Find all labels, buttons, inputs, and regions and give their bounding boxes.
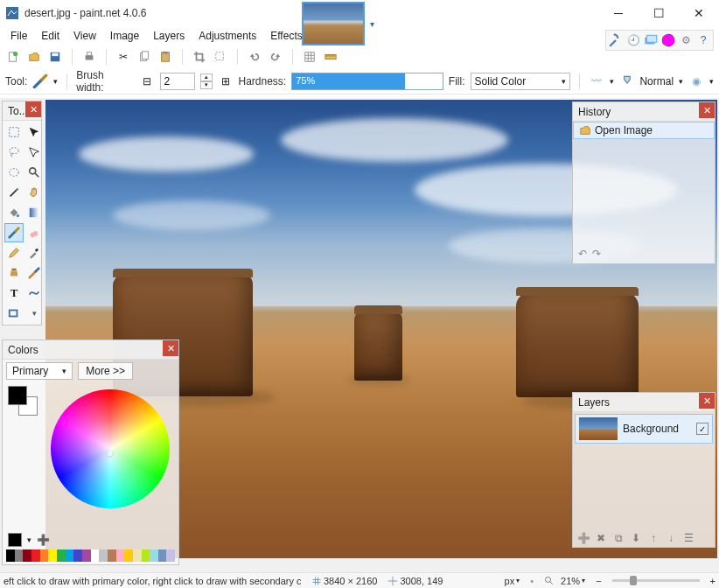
shapes-tool[interactable] [4,304,24,323]
image-thumbnail[interactable] [302,2,365,46]
menu-edit[interactable]: Edit [34,27,66,45]
unit-select[interactable]: px ▾ [505,576,520,586]
ruler-icon[interactable] [323,49,339,65]
recent-color-dropdown[interactable]: ▾ [27,536,31,544]
antialias-icon[interactable]: 〰 [589,74,604,89]
line-tool[interactable] [24,284,44,303]
new-file-icon[interactable] [5,49,21,65]
history-undo-icon[interactable]: ↶ [578,248,587,260]
palette-color[interactable] [31,550,40,562]
palette-bar[interactable] [6,550,175,562]
eraser-tool[interactable] [24,223,44,242]
history-close-button[interactable]: ✕ [699,102,715,118]
clone-stamp-tool[interactable] [4,263,24,283]
layer-properties-icon[interactable]: ☰ [681,531,695,545]
palette-color[interactable] [150,550,158,562]
tools-window-icon[interactable] [608,32,624,48]
color-wheel[interactable] [51,389,170,508]
layers-window-icon[interactable] [643,32,659,48]
palette-color[interactable] [99,550,108,562]
delete-layer-icon[interactable]: ✖ [594,531,608,545]
recolor-tool[interactable] [24,263,44,283]
palette-color[interactable] [82,550,91,562]
color-mode-select[interactable]: Primary▾ [6,362,73,380]
brush-width-spinner[interactable]: ▴▾ [200,74,213,89]
current-tool-icon[interactable] [32,74,48,89]
layer-visible-checkbox[interactable]: ✓ [696,423,709,435]
palette-color[interactable] [23,550,31,562]
palette-color[interactable] [48,550,57,562]
blend-dropdown[interactable]: ▾ [679,77,683,86]
magic-wand-tool[interactable] [4,183,24,202]
minimize-button[interactable]: ─ [598,0,639,26]
lasso-select-tool[interactable] [4,143,24,162]
duplicate-layer-icon[interactable]: ⧉ [611,531,625,545]
shapes-dropdown-icon[interactable]: ▾ [24,304,44,323]
color-picker-tool[interactable] [24,243,44,262]
pan-tool[interactable] [24,183,44,202]
print-icon[interactable] [81,49,97,65]
palette-color[interactable] [40,550,49,562]
settings-icon[interactable]: ⚙ [678,32,694,48]
crop-icon[interactable] [192,49,207,65]
layer-item[interactable]: Background ✓ [575,414,713,444]
overwrite-icon[interactable]: ◉ [688,74,704,89]
cut-icon[interactable]: ✂ [115,49,131,65]
palette-color[interactable] [66,550,74,562]
move-selection-tool[interactable] [24,143,44,162]
move-selected-tool[interactable] [24,122,44,142]
brush-increment-icon[interactable]: ⊞ [218,74,234,89]
history-redo-icon[interactable]: ↷ [592,248,601,260]
colors-close-button[interactable]: ✕ [163,340,178,356]
menu-image[interactable]: Image [103,27,146,45]
rectangle-select-tool[interactable] [4,122,24,142]
maximize-button[interactable]: ☐ [639,0,679,26]
menu-layers[interactable]: Layers [146,27,192,45]
color-swatches[interactable] [8,386,38,416]
palette-color[interactable] [91,550,100,562]
antialias-dropdown[interactable]: ▾ [610,77,614,86]
ellipse-select-tool[interactable] [4,163,24,182]
palette-color[interactable] [6,550,15,562]
move-layer-down-icon[interactable]: ↓ [664,531,678,545]
more-colors-button[interactable]: More >> [78,362,133,380]
recent-color-swatch[interactable] [8,533,22,547]
merge-layer-icon[interactable]: ⬇ [629,531,643,545]
move-layer-up-icon[interactable]: ↑ [646,531,660,545]
colors-window-icon[interactable] [660,32,676,48]
overwrite-dropdown[interactable]: ▾ [709,77,714,86]
add-layer-icon[interactable]: ➕ [576,531,590,545]
blend-mode-icon[interactable] [619,74,635,89]
deselect-icon[interactable] [213,49,228,65]
save-file-icon[interactable] [47,49,63,65]
color-wheel-cursor[interactable] [105,449,114,458]
brush-decrement-icon[interactable]: ⊟ [139,74,155,89]
paint-bucket-tool[interactable] [4,203,24,222]
menu-view[interactable]: View [66,27,103,45]
menu-adjustments[interactable]: Adjustments [192,27,263,45]
palette-color[interactable] [133,550,142,562]
help-icon[interactable]: ? [695,32,711,48]
tool-dropdown-icon[interactable]: ▾ [53,77,58,86]
thumbnail-dropdown-icon[interactable]: ▾ [370,19,374,29]
palette-color[interactable] [142,550,150,562]
primary-color-swatch[interactable] [8,386,27,405]
undo-icon[interactable] [247,49,262,65]
paste-icon[interactable] [157,49,173,65]
pencil-tool[interactable] [4,243,24,262]
redo-icon[interactable] [268,49,283,65]
hardness-slider[interactable]: 75% [291,73,443,90]
palette-color[interactable] [158,550,167,562]
zoom-display[interactable]: 21% ▾ [544,576,585,586]
palette-color[interactable] [124,550,133,562]
open-file-icon[interactable] [26,49,42,65]
gradient-tool[interactable] [24,203,44,222]
zoom-tool[interactable] [24,163,44,182]
fill-select[interactable]: Solid Color▾ [471,73,570,90]
paintbrush-tool[interactable] [4,223,24,242]
copy-icon[interactable] [136,49,152,65]
history-item[interactable]: Open Image [573,122,715,139]
palette-color[interactable] [57,550,66,562]
close-button[interactable]: ✕ [679,0,719,26]
palette-color[interactable] [166,550,175,562]
